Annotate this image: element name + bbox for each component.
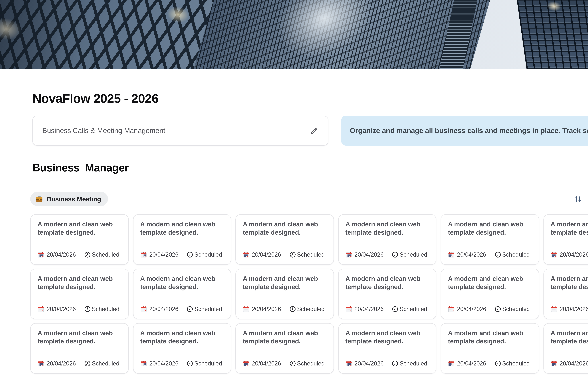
sort-button[interactable] xyxy=(574,195,582,203)
card-status: Scheduled xyxy=(297,360,325,367)
clock-icon xyxy=(289,252,296,258)
card-date: 20/04/2026 xyxy=(252,306,281,312)
card-status: Scheduled xyxy=(297,252,325,258)
calendar-icon xyxy=(140,252,147,258)
card-meta: 20/04/2026 Scheduled xyxy=(140,360,224,367)
card-status: Scheduled xyxy=(92,360,119,367)
meeting-card[interactable]: A modern and clean web template designed… xyxy=(235,214,334,265)
card-meta: 20/04/2026 Scheduled xyxy=(243,252,326,258)
card-meta: 20/04/2026 Scheduled xyxy=(345,360,429,367)
meeting-card[interactable]: A modern and clean web template designed… xyxy=(338,214,436,265)
card-status: Scheduled xyxy=(399,252,427,258)
calendar-icon xyxy=(243,252,249,258)
section-divider xyxy=(32,180,588,180)
calendar-icon xyxy=(448,306,454,312)
card-meta: 20/04/2026 Scheduled xyxy=(448,306,532,312)
meeting-card[interactable]: A modern and clean web template designed… xyxy=(441,214,539,265)
card-date: 20/04/2026 xyxy=(149,360,178,367)
view-toolbar xyxy=(574,195,588,203)
meeting-card[interactable]: A modern and clean web template designed… xyxy=(441,323,539,374)
pencil-icon xyxy=(310,126,318,135)
meeting-card[interactable]: A modern and clean web template designed… xyxy=(133,214,231,265)
clock-icon xyxy=(392,360,398,367)
meeting-card[interactable]: A modern and clean web template designed… xyxy=(30,323,128,374)
calendar-icon xyxy=(38,306,44,312)
fields-row: Organize and manage all business calls a… xyxy=(32,116,588,146)
briefcase-icon xyxy=(35,195,43,203)
card-meta: 20/04/2026 Scheduled xyxy=(38,252,121,258)
card-status: Scheduled xyxy=(502,360,530,367)
card-title: A modern and clean web template designed… xyxy=(38,275,121,291)
filter-chip-business-meeting[interactable]: Business Meeting xyxy=(30,192,108,206)
card-status: Scheduled xyxy=(297,306,325,312)
card-status: Scheduled xyxy=(399,306,427,312)
meeting-card[interactable]: A modern and clean web template designed… xyxy=(543,269,588,319)
meeting-card[interactable]: A modern and clean web template designed… xyxy=(30,269,128,319)
calendar-icon xyxy=(345,252,352,258)
card-status: Scheduled xyxy=(92,252,119,258)
card-date: 20/04/2026 xyxy=(252,252,281,258)
clock-icon xyxy=(495,306,501,312)
card-title: A modern and clean web template designed… xyxy=(38,220,121,236)
cards-grid: A modern and clean web template designed… xyxy=(0,214,588,381)
card-title: A modern and clean web template designed… xyxy=(448,275,532,291)
card-meta: 20/04/2026 Scheduled xyxy=(140,306,224,312)
calendar-icon xyxy=(140,306,147,312)
page: NovaFlow 2025 - 2026 Organize and manage… xyxy=(0,0,588,381)
clock-icon xyxy=(289,360,296,367)
calendar-icon xyxy=(243,360,249,367)
name-input[interactable] xyxy=(33,116,328,145)
clock-icon xyxy=(84,306,91,312)
section-title: Business Manager xyxy=(32,161,588,174)
card-title: A modern and clean web template designed… xyxy=(345,220,429,236)
card-meta: 20/04/2026 Scheduled xyxy=(38,360,121,367)
card-date: 20/04/2026 xyxy=(252,360,281,367)
card-meta: 20/04/2026 Scheduled xyxy=(551,306,588,312)
meeting-card[interactable]: A modern and clean web template designed… xyxy=(543,214,588,265)
card-meta: 20/04/2026 Scheduled xyxy=(243,360,326,367)
card-meta: 20/04/2026 Scheduled xyxy=(551,360,588,367)
card-meta: 20/04/2026 Scheduled xyxy=(243,306,326,312)
card-title: A modern and clean web template designed… xyxy=(38,329,121,345)
meeting-card[interactable]: A modern and clean web template designed… xyxy=(133,323,231,374)
page-title: NovaFlow 2025 - 2026 xyxy=(32,69,588,106)
card-date: 20/04/2026 xyxy=(355,306,384,312)
card-title: A modern and clean web template designed… xyxy=(243,220,326,236)
meeting-card[interactable]: A modern and clean web template designed… xyxy=(30,214,128,265)
card-status: Scheduled xyxy=(194,306,222,312)
description-text: Organize and manage all business calls a… xyxy=(350,127,588,135)
card-title: A modern and clean web template designed… xyxy=(140,275,224,291)
meeting-card[interactable]: A modern and clean web template designed… xyxy=(133,269,231,319)
card-title: A modern and clean web template designed… xyxy=(448,220,532,236)
calendar-icon xyxy=(551,360,557,367)
clock-icon xyxy=(84,252,91,258)
card-date: 20/04/2026 xyxy=(355,252,384,258)
card-title: A modern and clean web template designed… xyxy=(448,329,532,345)
card-title: A modern and clean web template designed… xyxy=(243,329,326,345)
card-status: Scheduled xyxy=(194,360,222,367)
meeting-card[interactable]: A modern and clean web template designed… xyxy=(338,269,436,319)
card-date: 20/04/2026 xyxy=(47,306,76,312)
meeting-card[interactable]: A modern and clean web template designed… xyxy=(441,269,539,319)
card-date: 20/04/2026 xyxy=(47,252,76,258)
card-meta: 20/04/2026 Scheduled xyxy=(38,306,121,312)
calendar-icon xyxy=(38,252,44,258)
meeting-card[interactable]: A modern and clean web template designed… xyxy=(338,323,436,374)
meeting-card[interactable]: A modern and clean web template designed… xyxy=(235,323,334,374)
card-date: 20/04/2026 xyxy=(457,360,486,367)
card-date: 20/04/2026 xyxy=(457,306,486,312)
edit-name-button[interactable] xyxy=(308,125,320,137)
clock-icon xyxy=(187,252,193,258)
clock-icon xyxy=(392,252,398,258)
calendar-icon xyxy=(345,360,352,367)
card-date: 20/04/2026 xyxy=(149,306,178,312)
card-status: Scheduled xyxy=(92,306,119,312)
meeting-card[interactable]: A modern and clean web template designed… xyxy=(543,323,588,374)
meeting-card[interactable]: A modern and clean web template designed… xyxy=(235,269,334,319)
calendar-icon xyxy=(345,306,352,312)
clock-icon xyxy=(495,252,501,258)
card-date: 20/04/2026 xyxy=(47,360,76,367)
calendar-icon xyxy=(140,360,147,367)
card-title: A modern and clean web template designed… xyxy=(345,275,429,291)
description-callout[interactable]: Organize and manage all business calls a… xyxy=(341,116,588,146)
